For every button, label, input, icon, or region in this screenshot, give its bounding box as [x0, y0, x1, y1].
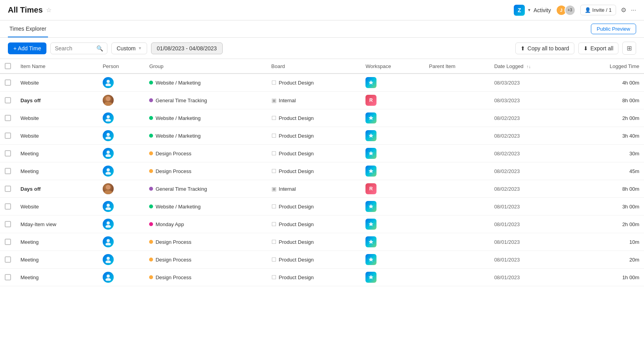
row-checkbox[interactable]	[5, 256, 11, 263]
board-name: Product Design	[279, 221, 314, 227]
activity-button[interactable]: Z ▼ Activity	[514, 5, 551, 16]
invite-label: Invite / 1	[592, 7, 612, 13]
copy-all-to-board-button[interactable]: ⬆ Copy all to board	[515, 42, 574, 54]
group-dot	[149, 151, 153, 155]
chevron-down-icon: ▼	[527, 8, 531, 12]
board-icon: ☐	[271, 115, 277, 121]
workspace-cell	[361, 251, 424, 269]
group-dot	[149, 98, 153, 102]
column-header-logged-time: Logged Time	[573, 59, 644, 74]
item-name-cell: Days off	[16, 180, 98, 198]
settings-icon[interactable]: ⚙	[621, 6, 626, 14]
board-name: Internal	[279, 186, 296, 192]
group-dot	[149, 258, 153, 262]
workspace-icon	[365, 130, 376, 141]
board-name: Product Design	[279, 133, 314, 139]
favorite-icon[interactable]: ☆	[46, 6, 52, 14]
copy-icon: ⬆	[520, 45, 525, 52]
svg-point-13	[104, 190, 113, 194]
search-box[interactable]: 🔍	[50, 42, 107, 54]
workspace-icon	[365, 219, 376, 230]
table-row: Website Website / Marketing☐Product Desi…	[0, 198, 644, 215]
column-header-person: Person	[98, 59, 144, 74]
logged-time-cell: 8h 00m	[573, 180, 644, 198]
row-checkbox[interactable]	[5, 274, 11, 280]
person-cell	[98, 92, 144, 109]
svg-point-4	[107, 115, 110, 118]
workspace-cell	[361, 74, 424, 92]
row-checkbox[interactable]	[5, 150, 11, 157]
logged-time-cell: 3h 40m	[573, 127, 644, 145]
select-all-checkbox-header[interactable]	[0, 59, 16, 74]
group-cell: Website / Marketing	[144, 198, 266, 215]
avatar	[103, 183, 114, 194]
row-checkbox[interactable]	[5, 221, 11, 227]
row-checkbox[interactable]	[5, 168, 11, 174]
row-checkbox[interactable]	[5, 97, 11, 103]
date-range-button[interactable]: 01/08/2023 - 04/08/2023	[151, 42, 223, 54]
item-name: Meeting	[20, 274, 39, 280]
svg-point-12	[106, 185, 111, 190]
person-cell	[98, 109, 144, 127]
invite-button[interactable]: 👤 Invite / 1	[580, 5, 616, 15]
board-name: Product Design	[279, 115, 314, 121]
item-name-cell: Meeting	[16, 162, 98, 180]
export-all-button[interactable]: ⬇ Export all	[578, 42, 618, 54]
table-row: Website Website / Marketing☐Product Desi…	[0, 127, 644, 145]
row-checkbox-cell	[0, 251, 16, 269]
column-header-date-logged[interactable]: Date Logged ↑↓	[489, 59, 573, 74]
date-logged-cell: 08/02/2023	[489, 180, 573, 198]
row-checkbox-cell	[0, 180, 16, 198]
custom-label: Custom	[116, 45, 135, 52]
board-name: Product Design	[279, 257, 314, 263]
group-cell: Design Process	[144, 251, 266, 269]
row-checkbox[interactable]	[5, 239, 11, 245]
person-cell	[98, 269, 144, 286]
logged-time-cell: 3h 00m	[573, 198, 644, 215]
select-all-checkbox[interactable]	[5, 63, 11, 69]
parent-item-cell	[424, 92, 489, 109]
item-name: Website	[20, 115, 39, 121]
table-row: Days off General Time Tracking▣InternalR…	[0, 180, 644, 198]
svg-point-7	[105, 136, 111, 139]
item-name: Mday-Item view	[20, 221, 56, 227]
group-name: Website / Marketing	[155, 204, 201, 210]
workspace-icon	[365, 272, 376, 283]
board-name: Product Design	[279, 274, 314, 280]
group-dot	[149, 187, 153, 191]
person-cell	[98, 233, 144, 251]
svg-point-22	[107, 274, 110, 278]
group-name: Design Process	[155, 168, 191, 174]
table-row: Meeting Design Process☐Product Design 08…	[0, 251, 644, 269]
workspace-cell	[361, 233, 424, 251]
table-row: Meeting Design Process☐Product Design 08…	[0, 233, 644, 251]
table-settings-button[interactable]: ⊞	[622, 42, 636, 55]
board-cell: ☐Product Design	[267, 233, 361, 251]
workspace-cell	[361, 215, 424, 233]
public-preview-button[interactable]: Public Preview	[591, 24, 636, 34]
more-options-icon[interactable]: ···	[631, 7, 636, 14]
item-name-cell: Meeting	[16, 233, 98, 251]
custom-dropdown[interactable]: Custom ▼	[111, 42, 147, 54]
row-checkbox[interactable]	[5, 133, 11, 139]
times-explorer-tab[interactable]: Times Explorer	[8, 21, 48, 37]
board-cell: ☐Product Design	[267, 145, 361, 162]
item-name-cell: Meeting	[16, 145, 98, 162]
board-cell: ▣Internal	[267, 92, 361, 109]
svg-point-15	[105, 207, 111, 210]
add-time-button[interactable]: + Add Time	[8, 42, 46, 54]
item-name: Meeting	[20, 168, 39, 174]
svg-point-10	[107, 168, 110, 171]
copy-board-label: Copy all to board	[528, 45, 569, 52]
avatar	[103, 254, 114, 265]
group-cell: Website / Marketing	[144, 127, 266, 145]
row-checkbox[interactable]	[5, 186, 11, 192]
row-checkbox[interactable]	[5, 115, 11, 121]
row-checkbox[interactable]	[5, 203, 11, 210]
search-input[interactable]	[55, 45, 94, 52]
row-checkbox[interactable]	[5, 79, 11, 86]
board-cell: ☐Product Design	[267, 74, 361, 92]
export-label: Export all	[590, 45, 613, 52]
item-name: Meeting	[20, 257, 39, 263]
date-logged-cell: 08/02/2023	[489, 109, 573, 127]
